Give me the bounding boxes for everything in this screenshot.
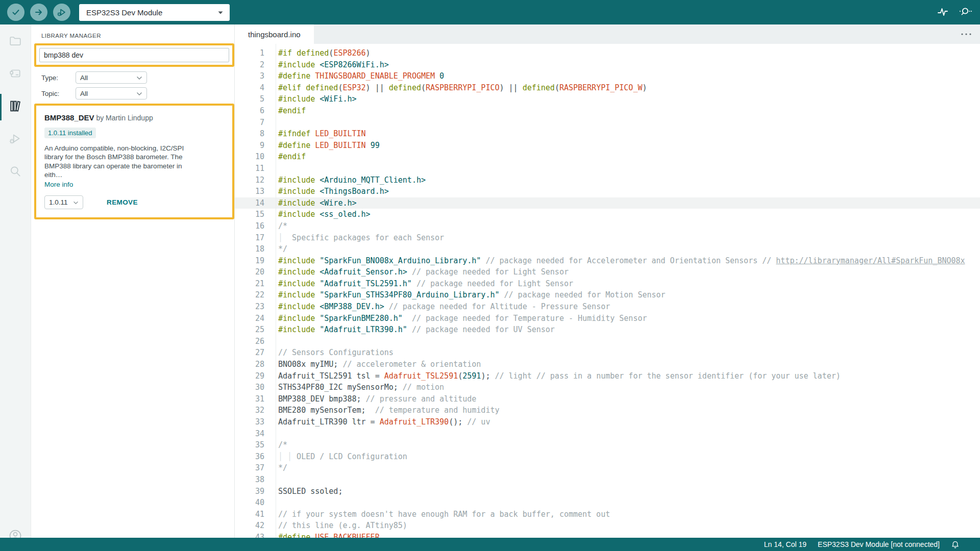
code-line-15[interactable]: 15#include <ss_oled.h> [235,209,980,220]
code-line-1[interactable]: 1#if defined(ESP8266) [235,47,980,59]
board-connection-status[interactable]: ESP32S3 Dev Module [not connected] [818,540,940,548]
code-line-39[interactable]: 39SSOLED ssoled; [235,486,980,497]
line-number[interactable]: 39 [235,486,264,497]
code-line-36[interactable]: 36│ │ OLED / LCD Configuration [235,451,980,463]
line-number[interactable]: 6 [235,105,264,117]
line-number[interactable]: 7 [235,117,264,129]
tab-thingsboard-ino[interactable]: thingsboard.ino [235,24,314,44]
line-number[interactable]: 38 [235,474,264,486]
sidebar-item-search[interactable] [0,163,31,182]
line-number[interactable]: 32 [235,405,264,416]
code-line-8[interactable]: 8#ifndef LED_BUILTIN [235,128,980,140]
code-line-42[interactable]: 42// this line (e.g. ATtiny85) [235,520,980,532]
code-line-22[interactable]: 22#include "SparkFun_STHS34PF80_Arduino_… [235,289,980,301]
code-line-17[interactable]: 17│ Specific packages for each Sensor [235,232,980,244]
line-number[interactable]: 14 [235,197,264,209]
serial-monitor-button[interactable] [958,5,972,20]
code-line-3[interactable]: 3#define THINGSBOARD_ENABLE_PROGMEM 0 [235,70,980,82]
code-line-24[interactable]: 24#include "SparkFunBME280.h" // package… [235,313,980,324]
code-line-18[interactable]: 18*/ [235,243,980,255]
sidebar-item-debug[interactable] [0,131,31,149]
code-line-5[interactable]: 5#include <WiFi.h> [235,93,980,105]
library-search-input[interactable] [39,48,229,62]
code-line-29[interactable]: 29Adafruit_TSL2591 tsl = Adafruit_TSL259… [235,370,980,382]
verify-button[interactable] [7,4,24,21]
code-line-40[interactable]: 40 [235,497,980,509]
code-line-30[interactable]: 30STHS34PF80_I2C mySensorMo; // motion [235,382,980,393]
code-line-2[interactable]: 2#include <ESP8266WiFi.h> [235,59,980,71]
line-number[interactable]: 26 [235,336,264,347]
debug-button[interactable] [53,4,70,21]
topic-filter-select[interactable]: All [76,87,147,99]
line-number[interactable]: 10 [235,151,264,163]
code-line-10[interactable]: 10#endif [235,151,980,163]
line-number[interactable]: 23 [235,301,264,313]
line-number[interactable]: 22 [235,289,264,301]
line-number[interactable]: 8 [235,128,264,140]
code-line-32[interactable]: 32BME280 mySensorTem; // temperature and… [235,405,980,416]
board-selector-dropdown[interactable]: ESP32S3 Dev Module [79,4,230,21]
code-line-6[interactable]: 6#endif [235,105,980,117]
line-number[interactable]: 1 [235,47,264,59]
line-number[interactable]: 11 [235,163,264,174]
line-number[interactable]: 36 [235,451,264,463]
code-line-11[interactable]: 11 [235,163,980,174]
code-line-31[interactable]: 31BMP388_DEV bmp388; // pressure and alt… [235,393,980,405]
notifications-bell-icon[interactable] [951,540,960,549]
line-number[interactable]: 27 [235,347,264,359]
line-number[interactable]: 25 [235,324,264,336]
code-line-28[interactable]: 28BNO08x myIMU; // accelerometer & orien… [235,359,980,370]
code-line-20[interactable]: 20#include <Adafruit_Sensor.h> // packag… [235,266,980,278]
line-number[interactable]: 9 [235,140,264,152]
line-number[interactable]: 37 [235,462,264,474]
line-number[interactable]: 28 [235,359,264,370]
code-line-7[interactable]: 7 [235,117,980,129]
line-number[interactable]: 40 [235,497,264,509]
code-line-26[interactable]: 26 [235,336,980,347]
line-number[interactable]: 24 [235,313,264,324]
line-number[interactable]: 20 [235,266,264,278]
code-line-38[interactable]: 38 [235,474,980,486]
line-number[interactable]: 21 [235,278,264,290]
line-number[interactable]: 30 [235,382,264,393]
line-number[interactable]: 31 [235,393,264,405]
line-number[interactable]: 12 [235,174,264,186]
code-line-19[interactable]: 19#include "SparkFun_BNO08x_Arduino_Libr… [235,255,980,267]
line-number[interactable]: 16 [235,220,264,232]
line-number[interactable]: 15 [235,209,264,220]
more-actions-icon[interactable] [961,24,972,44]
sidebar-item-library-manager[interactable] [0,98,31,116]
code-line-16[interactable]: 16/* [235,220,980,232]
line-number[interactable]: 18 [235,243,264,255]
code-line-27[interactable]: 27// Sensors Configurations [235,347,980,359]
sidebar-item-boards-manager[interactable] [0,65,31,84]
code-line-13[interactable]: 13#include <ThingsBoard.h> [235,186,980,197]
sidebar-item-sketchbook[interactable] [0,33,31,51]
line-number[interactable]: 41 [235,509,264,520]
line-number[interactable]: 33 [235,416,264,428]
line-number[interactable]: 19 [235,255,264,267]
line-number[interactable]: 35 [235,439,264,451]
code-line-12[interactable]: 12#include <Arduino_MQTT_Client.h> [235,174,980,186]
line-number[interactable]: 4 [235,82,264,94]
code-line-25[interactable]: 25#include "Adafruit_LTR390.h" // packag… [235,324,980,336]
code-line-34[interactable]: 34 [235,428,980,440]
version-select[interactable]: 1.0.11 [44,195,83,209]
code-line-21[interactable]: 21#include "Adafruit_TSL2591.h" // packa… [235,278,980,290]
code-line-37[interactable]: 37*/ [235,462,980,474]
more-info-link[interactable]: More info [44,181,73,188]
code-line-14[interactable]: 14#include <Wire.h> [235,197,980,209]
line-number[interactable]: 2 [235,59,264,71]
code-line-35[interactable]: 35/* [235,439,980,451]
upload-button[interactable] [30,4,47,21]
line-number[interactable]: 29 [235,370,264,382]
remove-button[interactable]: REMOVE [107,198,138,206]
line-number[interactable]: 3 [235,70,264,82]
code-editor[interactable]: 1#if defined(ESP8266)2#include <ESP8266W… [235,44,980,551]
serial-plotter-button[interactable] [936,5,949,20]
line-number[interactable]: 5 [235,93,264,105]
code-line-9[interactable]: 9#define LED_BUILTIN 99 [235,140,980,152]
line-number[interactable]: 42 [235,520,264,532]
code-line-4[interactable]: 4#elif defined(ESP32) || defined(RASPBER… [235,82,980,94]
code-line-23[interactable]: 23#include <BMP388_DEV.h> // package nee… [235,301,980,313]
